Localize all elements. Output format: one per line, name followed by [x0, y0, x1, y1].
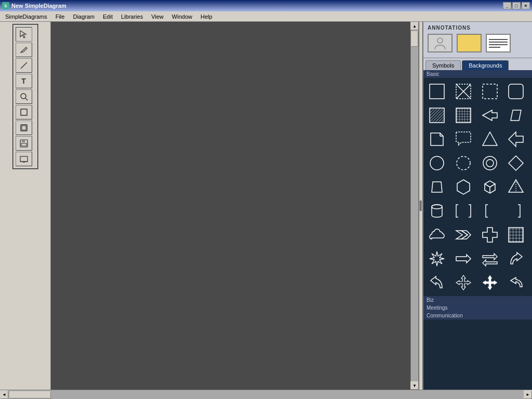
- svg-rect-11: [20, 156, 28, 162]
- section-meetings-label: Meetings: [427, 305, 448, 311]
- shape1-tool-button[interactable]: [16, 105, 32, 119]
- tool-panel: T: [12, 24, 38, 169]
- svg-marker-28: [509, 132, 523, 147]
- symbol-arrow-curve-left[interactable]: [425, 271, 448, 294]
- symbol-rounded-square[interactable]: [504, 80, 527, 103]
- symbol-hatch-square[interactable]: [425, 104, 448, 127]
- menu-bar: SimpleDiagrams File Diagram Edit Librari…: [0, 11, 532, 22]
- symbol-cross-square[interactable]: [452, 80, 475, 103]
- maximize-button[interactable]: □: [512, 2, 521, 9]
- line-tool-button[interactable]: [16, 58, 32, 73]
- symbol-grid-square[interactable]: [452, 104, 475, 127]
- symbol-cloud[interactable]: [425, 223, 448, 246]
- scroll-track[interactable]: [411, 30, 418, 381]
- scroll-right-arrow[interactable]: ►: [524, 391, 532, 399]
- scroll-down-arrow[interactable]: ▼: [410, 381, 419, 390]
- text-tool-button[interactable]: T: [16, 74, 32, 88]
- h-scroll-track[interactable]: [8, 390, 524, 399]
- annotations-label: ANNOTATIONS: [428, 25, 528, 31]
- symbol-arrows-exchange[interactable]: [478, 247, 501, 270]
- title-bar: S New SimpleDiagram _ □ ×: [0, 0, 532, 11]
- section-header-basic[interactable]: Basic: [423, 70, 532, 78]
- menu-window[interactable]: Window: [169, 12, 195, 21]
- symbol-arrow-undo[interactable]: [504, 271, 527, 294]
- symbol-arrows-move[interactable]: [478, 271, 501, 294]
- symbol-triangle[interactable]: [478, 128, 501, 151]
- symbol-arrow-blunt[interactable]: [478, 104, 501, 127]
- symbol-parallelogram[interactable]: [504, 104, 527, 127]
- symbol-arrow-right-outline[interactable]: [452, 247, 475, 270]
- section-header-meetings[interactable]: Meetings: [423, 304, 532, 312]
- svg-point-41: [432, 205, 442, 209]
- symbol-arrow-curve[interactable]: [504, 247, 527, 270]
- symbol-arrows-4way[interactable]: [452, 271, 475, 294]
- section-biz-label: Biz: [427, 297, 434, 303]
- symbol-bracket-left[interactable]: [478, 200, 501, 222]
- menu-libraries[interactable]: Libraries: [118, 12, 146, 21]
- svg-rect-22: [430, 108, 444, 123]
- lines-swatch[interactable]: [486, 34, 511, 52]
- svg-rect-9: [22, 140, 25, 142]
- shape2-tool-button[interactable]: [16, 121, 32, 135]
- symbol-trapezoid[interactable]: [425, 176, 448, 198]
- menu-help[interactable]: Help: [197, 12, 216, 21]
- symbol-speech-bubble[interactable]: [452, 128, 475, 151]
- select-tool-button[interactable]: [16, 27, 32, 42]
- symbol-target-circle[interactable]: [478, 152, 501, 175]
- menu-simplediagrams[interactable]: SimpleDiagrams: [2, 12, 50, 21]
- symbol-square[interactable]: [425, 80, 448, 103]
- canvas-area[interactable]: [51, 22, 410, 390]
- symbol-diamond[interactable]: [504, 152, 527, 175]
- svg-point-32: [486, 159, 494, 167]
- symbol-arrow-left[interactable]: [504, 128, 527, 151]
- section-header-biz[interactable]: Biz: [423, 296, 532, 304]
- symbol-bracket-right[interactable]: [504, 200, 527, 222]
- canvas-tool-button[interactable]: [16, 152, 32, 166]
- canvas-vscroll[interactable]: ▲ ▼: [410, 22, 419, 390]
- tab-symbols[interactable]: Symbols: [425, 60, 461, 70]
- symbol-hexagon[interactable]: [452, 176, 475, 198]
- symbol-bracket-double[interactable]: [452, 200, 475, 222]
- symbol-cylinder[interactable]: [425, 200, 448, 222]
- symbol-pyramid[interactable]: [504, 176, 527, 198]
- close-button[interactable]: ×: [522, 2, 530, 9]
- symbol-grid[interactable]: [504, 223, 527, 246]
- svg-marker-35: [457, 180, 470, 194]
- person-swatch[interactable]: [428, 34, 453, 52]
- resize-handle[interactable]: [419, 22, 423, 390]
- symbols-panel[interactable]: Basic: [423, 70, 532, 390]
- main-layout: T: [0, 22, 532, 390]
- symbol-circle[interactable]: [425, 152, 448, 175]
- section-header-communication[interactable]: Communication: [423, 312, 532, 320]
- svg-point-30: [457, 156, 470, 170]
- svg-rect-20: [509, 84, 523, 99]
- annotations-section: ANNOTATIONS: [423, 22, 532, 58]
- symbol-note[interactable]: [425, 128, 448, 151]
- svg-point-29: [430, 156, 444, 170]
- symbol-cube[interactable]: [478, 176, 501, 198]
- pencil-tool-button[interactable]: [16, 43, 32, 57]
- minimize-button[interactable]: _: [503, 2, 511, 9]
- tab-backgrounds[interactable]: Backgrounds: [462, 60, 509, 70]
- h-scroll-thumb[interactable]: [9, 391, 51, 398]
- svg-marker-27: [483, 132, 497, 145]
- symbol-dashed-square[interactable]: [478, 80, 501, 103]
- scroll-thumb[interactable]: [411, 31, 418, 47]
- menu-edit[interactable]: Edit: [100, 12, 116, 21]
- svg-rect-19: [483, 84, 497, 99]
- scroll-left-arrow[interactable]: ◄: [0, 391, 8, 399]
- save-tool-button[interactable]: [16, 136, 32, 151]
- annotation-swatches: [428, 34, 528, 52]
- symbol-chevron[interactable]: [452, 223, 475, 246]
- menu-file[interactable]: File: [52, 12, 68, 21]
- symbol-starburst[interactable]: [425, 247, 448, 270]
- zoom-tool-button[interactable]: [16, 89, 32, 104]
- symbol-cross-plus[interactable]: [478, 223, 501, 246]
- scroll-up-arrow[interactable]: ▲: [410, 22, 419, 30]
- svg-marker-24: [511, 110, 521, 121]
- symbol-dashed-circle[interactable]: [452, 152, 475, 175]
- svg-marker-34: [432, 182, 442, 192]
- yellow-swatch[interactable]: [457, 34, 482, 52]
- menu-view[interactable]: View: [148, 12, 167, 21]
- menu-diagram[interactable]: Diagram: [70, 12, 98, 21]
